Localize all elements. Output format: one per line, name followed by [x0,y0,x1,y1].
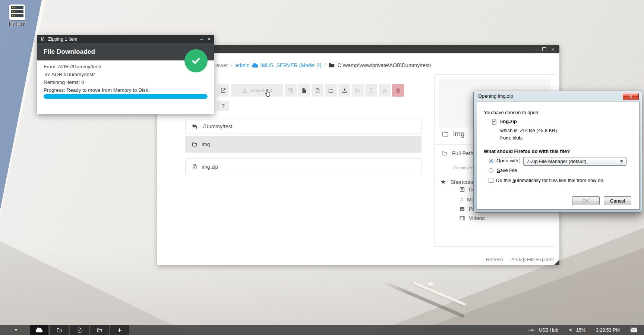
intro-text: You have chosen to open: [484,110,540,115]
shortcuts-label: Shortcuts [450,179,473,185]
close-icon[interactable]: × [551,47,554,52]
breadcrumb-path: C:\wamp\www\private\AOB\Dummy\test\ [329,62,431,68]
speaker-icon [569,328,574,332]
zipping-window: Zipping 1 item – × File Downloaded From:… [37,35,214,114]
volume-label: 15% [576,328,585,333]
breadcrumb-server-link[interactable]: IMUS_SERVER (Mode: 2) [261,62,322,68]
tray-clock[interactable]: 3:28:53 PM [596,328,620,333]
dialog-question: What should Firefox do with this file? [484,148,570,154]
full-path-row: Full Path [441,150,473,156]
save-file-radio[interactable] [489,168,493,173]
explorer-titlebar[interactable]: – × [157,45,559,53]
copy-button[interactable] [285,84,297,97]
list-item-folder-img[interactable]: img [185,136,422,153]
rename-button[interactable] [365,84,377,97]
new-file-button[interactable] [312,84,323,97]
cut-button[interactable] [352,84,364,97]
taskbar-zip-button[interactable] [70,325,89,335]
back-arrow-icon [192,124,198,129]
zip-file-icon [192,164,198,170]
maximize-icon[interactable] [542,47,546,51]
envelope-icon[interactable] [630,328,637,332]
remaining-line: Remining Items: 0 [44,78,149,86]
list-item-label: img [202,141,210,147]
copy-icon [288,88,294,94]
list-item-file-img-zip[interactable]: img.zip [185,158,422,175]
desktop-icon-label: My Host [3,22,31,27]
open-with-label[interactable]: Open with [495,157,520,164]
taskbar-open-folder-button[interactable] [90,325,109,335]
breadcrumb-user-link[interactable]: admin IMUS_SERVER (Mode: 2) [235,62,321,68]
status-heading: File Downloaded [44,48,95,56]
full-path-value: /Dummy/tes [453,166,475,170]
taskbar-buttons [30,325,129,335]
dialog-title: Opening img.zip [478,93,513,99]
close-button[interactable]: × [623,93,639,100]
breadcrumb-separator: / [231,62,232,68]
swap-arrows-icon [382,88,388,94]
zip-file-icon [41,37,45,41]
dropdown-value: 7-Zip File Manager (default) [527,159,586,164]
open-folder-icon [97,327,102,333]
mouse-cursor-hand [264,88,274,98]
help-button[interactable]: ? [217,101,229,111]
refresh-link[interactable]: Refresh [486,257,503,262]
taskbar-chevron-icon[interactable]: ▼ [14,328,18,332]
resize-handle[interactable] [554,260,559,265]
open-with-radio[interactable] [489,159,493,163]
list-item-parent-dir[interactable]: ./Dummy/test [185,119,422,134]
list-item-label: img.zip [202,164,218,170]
folder-icon [441,150,448,156]
usb-label: USB Hub [539,328,558,333]
taskbar-cloud-button[interactable] [30,325,48,335]
cancel-button[interactable]: Cancel [604,196,631,205]
check-icon [190,54,202,67]
tray-volume[interactable]: 15% [569,328,585,333]
minimize-icon[interactable]: – [535,47,537,52]
upload-button[interactable] [338,84,350,97]
paste-button[interactable] [298,84,310,97]
trash-icon [395,88,401,94]
taskbar-folder-button[interactable] [50,325,69,335]
desktop-icon-my-host[interactable]: My Host [3,4,31,27]
footer-separator: · [506,257,508,262]
new-folder-button[interactable] [325,84,337,97]
taskbar-add-button[interactable] [110,325,129,335]
cloud-icon [35,327,43,333]
firefox-opening-dialog: Opening img.zip × You have chosen to ope… [473,91,642,213]
folder-icon [441,130,449,138]
stick-knob [428,282,433,287]
open-in-new-button[interactable] [217,84,229,97]
explorer-toolbar: Download [217,84,404,97]
desktop: My Host – × iewer / admin IMUS_SERVER (M… [0,0,644,335]
zipping-details: From: AOR://Dummy/test/ To: AOR://Dummy/… [44,63,149,94]
cloud-icon [252,63,258,68]
explorer-footer: Refresh · ArOZβ File Explorer [486,257,554,262]
plus-icon [117,328,122,333]
minimize-icon[interactable]: – [200,36,203,42]
close-icon[interactable]: × [208,36,211,42]
tray-usb[interactable]: USB Hub [528,328,558,333]
do-automatically-label[interactable]: Do this automatically for files like thi… [496,178,604,183]
delete-button[interactable] [392,84,404,97]
full-path-label: Full Path [452,150,473,156]
new-file-icon [315,88,321,94]
external-link-icon [220,88,226,94]
download-icon [242,88,247,93]
server-icon [9,4,25,20]
download-button[interactable]: Download [231,84,283,97]
chevron-down-icon [620,160,623,163]
shortcut-videos[interactable]: Videos [459,215,485,221]
save-file-label[interactable]: Save File [497,168,517,173]
move-button[interactable] [379,84,391,97]
file-from-line: from: blob: [500,135,523,141]
open-with-dropdown[interactable]: 7-Zip File Manager (default) [523,157,626,166]
upload-icon [342,88,347,93]
breadcrumb-separator: / [324,62,326,68]
ok-button[interactable]: OK [572,196,600,205]
do-automatically-checkbox[interactable] [489,178,493,183]
zip-file-icon [77,327,82,333]
folder-icon [192,141,198,147]
file-type-line: which is: ZIP file (45.8 KB) [500,128,557,133]
zipping-titlebar[interactable]: Zipping 1 item – × [37,35,214,43]
